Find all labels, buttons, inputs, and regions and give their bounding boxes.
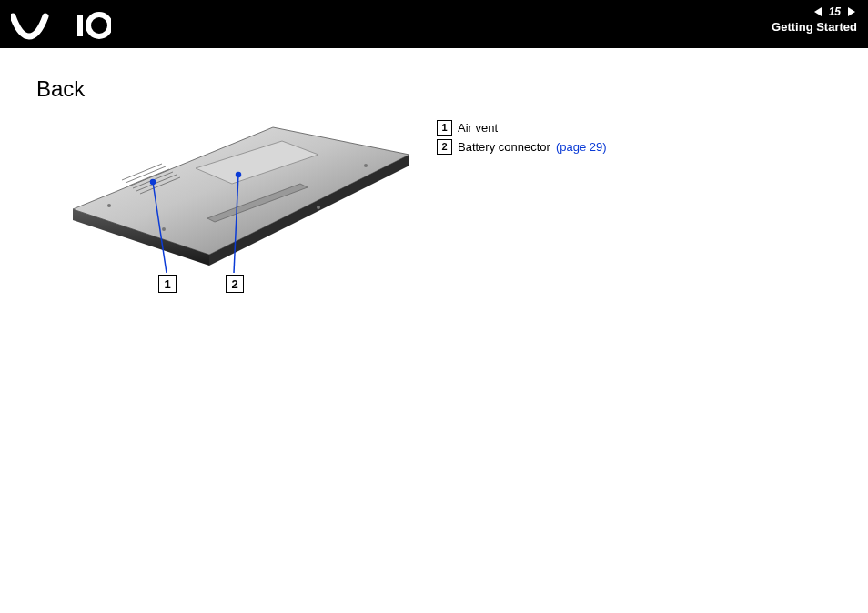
page-title: Back (36, 76, 437, 102)
svg-point-22 (237, 173, 241, 177)
laptop-back-illustration: 1 2 (45, 118, 428, 300)
prev-page-button[interactable] (812, 6, 823, 17)
svg-point-20 (151, 180, 156, 185)
header-nav: 15 Getting Started (772, 5, 857, 34)
svg-point-16 (317, 206, 320, 209)
legend-item: 2 Battery connector (page 29) (437, 139, 607, 155)
legend-item: 1 Air vent (437, 120, 607, 136)
left-column: Back (36, 76, 437, 300)
page-number: 15 (829, 5, 841, 18)
svg-marker-2 (814, 7, 822, 16)
legend-number: 1 (437, 120, 452, 136)
legend-label: Battery connector (458, 140, 550, 154)
svg-point-18 (162, 227, 166, 231)
header-divider (0, 48, 868, 51)
header-bar: 15 Getting Started (0, 0, 868, 51)
legend-label: Air vent (458, 121, 498, 135)
illustration-callout-2: 2 (226, 275, 244, 293)
next-page-button[interactable] (846, 6, 857, 17)
page-reference-link[interactable]: (page 29) (556, 140, 607, 154)
vaio-logo (11, 9, 111, 42)
svg-marker-3 (848, 7, 855, 16)
illustration-callout-1: 1 (158, 275, 177, 293)
svg-point-1 (88, 15, 110, 36)
page-content: Back (0, 51, 868, 300)
svg-point-17 (364, 164, 368, 167)
laptop-underside-svg (45, 118, 428, 300)
section-title: Getting Started (772, 20, 857, 34)
svg-rect-0 (77, 15, 83, 36)
legend-number: 2 (437, 139, 452, 155)
legend-list: 1 Air vent 2 Battery connector (page 29) (437, 76, 607, 300)
svg-point-15 (107, 204, 111, 207)
